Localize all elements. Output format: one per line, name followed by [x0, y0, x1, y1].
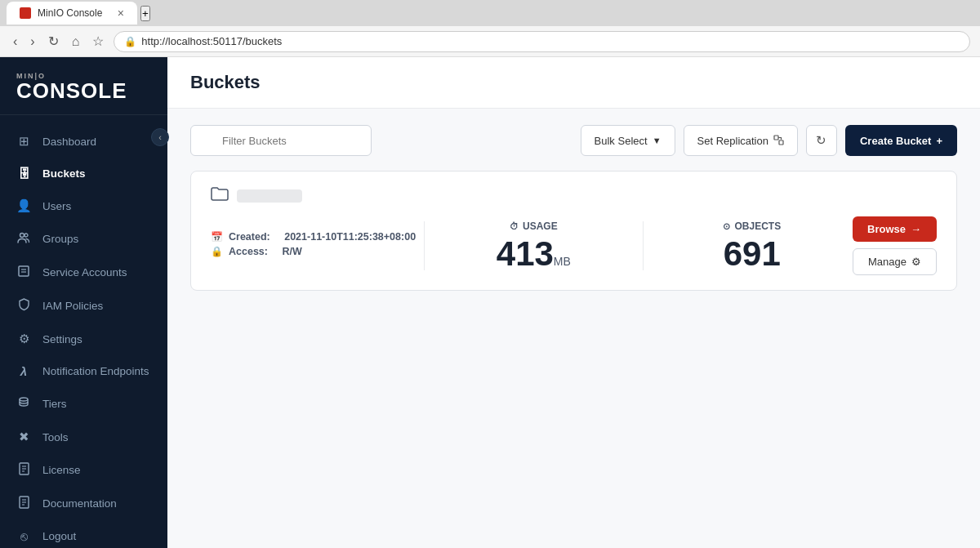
- bucket-name-row: [211, 186, 937, 205]
- refresh-icon: ↻: [816, 133, 826, 148]
- svg-point-0: [20, 234, 24, 238]
- iam-icon: [16, 298, 31, 314]
- sidebar-item-label: Users: [42, 200, 71, 212]
- usage-stat: ⏱ USAGE 413MB: [433, 221, 634, 271]
- dashboard-icon: ⊞: [16, 134, 31, 149]
- replication-icon: [773, 135, 784, 147]
- sidebar-item-settings[interactable]: ⚙ Settings: [0, 323, 167, 355]
- content-area: 🔍 Bulk Select ▼ Set Replication: [167, 109, 980, 317]
- page-title: Buckets: [190, 72, 957, 93]
- secure-icon: 🔒: [124, 36, 136, 47]
- sidebar-logo: MIN|O CONSOLE: [0, 57, 167, 115]
- objects-label: ⊙ OBJECTS: [676, 221, 828, 232]
- manage-label: Manage: [868, 256, 906, 268]
- sidebar: MIN|O CONSOLE ‹ ⊞ Dashboard 🗄 Buckets 👤 …: [0, 57, 167, 548]
- access-label: Access:: [229, 246, 268, 257]
- license-icon: [16, 462, 31, 478]
- manage-icon: ⚙: [911, 256, 921, 268]
- set-replication-label: Set Replication: [697, 135, 768, 147]
- logo-console: CONSOLE: [16, 80, 151, 101]
- browser-toolbar: ‹ › ↻ ⌂ ☆ 🔒 http://localhost:50117/bucke…: [0, 26, 980, 57]
- bucket-access: 🔒 Access: R/W: [211, 246, 416, 257]
- bucket-created: 📅 Created: 2021-11-10T11:25:38+08:00: [211, 231, 416, 243]
- groups-icon: [16, 231, 31, 247]
- sidebar-item-iam-policies[interactable]: IAM Policies: [0, 289, 167, 323]
- sidebar-item-label: Notification Endpoints: [42, 365, 149, 377]
- svg-rect-2: [19, 266, 29, 276]
- filter-wrapper: 🔍: [190, 125, 572, 156]
- sidebar-item-dashboard[interactable]: ⊞ Dashboard: [0, 125, 167, 158]
- bucket-actions: Browse → Manage ⚙: [853, 216, 937, 275]
- svg-point-1: [24, 234, 28, 237]
- bucket-name-redacted: [237, 189, 302, 203]
- objects-value: 691: [676, 237, 828, 271]
- sidebar-item-label: IAM Policies: [42, 300, 103, 312]
- new-tab-btn[interactable]: +: [140, 6, 150, 21]
- sidebar-item-service-accounts[interactable]: Service Accounts: [0, 256, 167, 289]
- sidebar-item-documentation[interactable]: Documentation: [0, 487, 167, 520]
- logout-icon: ⎋: [16, 529, 31, 543]
- refresh-btn[interactable]: ↻: [806, 125, 837, 156]
- browse-arrow: →: [911, 223, 921, 235]
- divider-1: [424, 221, 425, 270]
- usage-label: ⏱ USAGE: [457, 221, 609, 232]
- documentation-icon: [16, 496, 31, 511]
- tools-icon: ✖: [16, 430, 31, 444]
- star-btn[interactable]: ☆: [89, 32, 107, 51]
- sidebar-item-label: Tools: [42, 431, 69, 443]
- browser-chrome: MinIO Console × + ‹ › ↻ ⌂ ☆ 🔒 http://loc…: [0, 0, 980, 57]
- tab-favicon: [20, 7, 31, 19]
- forward-btn[interactable]: ›: [27, 33, 38, 51]
- sidebar-collapse-btn[interactable]: ‹: [151, 128, 169, 146]
- app-container: MIN|O CONSOLE ‹ ⊞ Dashboard 🗄 Buckets 👤 …: [0, 57, 980, 548]
- users-icon: 👤: [16, 198, 31, 213]
- svg-point-5: [20, 398, 28, 401]
- home-btn[interactable]: ⌂: [69, 33, 83, 51]
- create-icon: +: [936, 135, 942, 147]
- sidebar-item-groups[interactable]: Groups: [0, 222, 167, 256]
- usage-icon: ⏱: [510, 221, 519, 231]
- set-replication-btn[interactable]: Set Replication: [684, 125, 798, 156]
- usage-value: 413MB: [457, 237, 609, 271]
- divider-2: [643, 221, 644, 270]
- url-text: http://localhost:50117/buckets: [141, 35, 282, 47]
- sidebar-item-notification-endpoints[interactable]: λ Notification Endpoints: [0, 355, 167, 387]
- bucket-meta: 📅 Created: 2021-11-10T11:25:38+08:00 🔒 A…: [211, 231, 416, 261]
- objects-icon: ⊙: [723, 221, 730, 232]
- address-bar[interactable]: 🔒 http://localhost:50117/buckets: [114, 31, 970, 52]
- filter-buckets-input[interactable]: [190, 125, 372, 156]
- sidebar-item-buckets[interactable]: 🗄 Buckets: [0, 158, 167, 189]
- active-tab[interactable]: MinIO Console ×: [7, 2, 137, 25]
- create-bucket-label: Create Bucket: [860, 135, 931, 147]
- svg-rect-14: [774, 136, 778, 140]
- sidebar-item-label: Groups: [42, 233, 78, 245]
- bucket-card: 📅 Created: 2021-11-10T11:25:38+08:00 🔒 A…: [190, 171, 957, 291]
- bucket-details: 📅 Created: 2021-11-10T11:25:38+08:00 🔒 A…: [211, 216, 937, 275]
- sidebar-item-label: Buckets: [42, 167, 86, 180]
- browse-btn[interactable]: Browse →: [853, 216, 937, 242]
- manage-btn[interactable]: Manage ⚙: [853, 248, 937, 275]
- service-accounts-icon: [16, 265, 31, 280]
- access-value: R/W: [282, 246, 301, 257]
- browser-tabs: MinIO Console × +: [0, 0, 980, 26]
- sidebar-item-tools[interactable]: ✖ Tools: [0, 421, 167, 453]
- objects-stat: ⊙ OBJECTS 691: [652, 221, 853, 271]
- sidebar-item-label: License: [42, 464, 81, 476]
- lock-icon: 🔒: [211, 246, 223, 257]
- sidebar-item-label: Settings: [42, 333, 82, 345]
- sidebar-item-logout[interactable]: ⎋ Logout: [0, 520, 167, 548]
- sidebar-item-label: Tiers: [42, 398, 67, 410]
- tab-close-btn[interactable]: ×: [118, 7, 124, 20]
- sidebar-item-users[interactable]: 👤 Users: [0, 189, 167, 222]
- refresh-nav-btn[interactable]: ↻: [45, 32, 62, 51]
- bulk-select-label: Bulk Select: [595, 135, 648, 147]
- sidebar-item-license[interactable]: License: [0, 453, 167, 487]
- create-bucket-btn[interactable]: Create Bucket +: [845, 125, 957, 156]
- tiers-icon: [16, 396, 31, 412]
- bucket-folder-icon: [211, 186, 229, 205]
- sidebar-item-tiers[interactable]: Tiers: [0, 387, 167, 421]
- bulk-select-btn[interactable]: Bulk Select ▼: [581, 125, 675, 156]
- svg-rect-15: [779, 140, 783, 145]
- main-content: Buckets 🔍 Bulk Select ▼ Set Replication: [167, 57, 980, 548]
- back-btn[interactable]: ‹: [10, 33, 20, 51]
